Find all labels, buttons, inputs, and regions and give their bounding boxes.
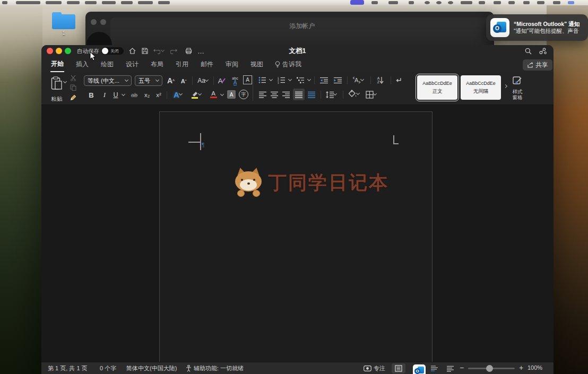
status-icon (508, 1, 515, 4)
print-layout-view-button[interactable] (392, 363, 405, 373)
status-icon (409, 1, 414, 4)
align-right-button[interactable] (281, 90, 291, 99)
accessibility-status[interactable]: 辅助功能: 一切就绪 (194, 364, 244, 372)
font-name-value: 等线 (中文... (88, 77, 123, 85)
line-spacing-button[interactable] (325, 90, 338, 99)
paste-button[interactable] (47, 74, 67, 92)
tab-design[interactable]: 设计 (125, 57, 139, 72)
numbering-button[interactable]: 123 (276, 75, 287, 85)
zoom-slider-knob[interactable] (486, 365, 493, 372)
focus-mode-button[interactable]: 专注 (374, 364, 385, 372)
tab-insert[interactable]: 插入 (75, 57, 89, 72)
shading-button[interactable] (347, 89, 360, 99)
folder-label: 1 (52, 30, 75, 36)
margin-crop-mark (188, 142, 201, 143)
window-control-icon[interactable] (91, 19, 97, 25)
multilevel-dropdown-icon[interactable] (307, 77, 311, 81)
accessibility-icon (186, 365, 192, 372)
notification-banner[interactable]: O “Microsoft Outlook” 通知 “通知”可能包括提醒、声音 (486, 14, 588, 41)
character-shading-button[interactable]: A (227, 90, 236, 99)
highlight-button[interactable] (189, 89, 203, 100)
paint-bucket-icon (348, 90, 357, 98)
clipboard-icon (51, 76, 63, 90)
style-name: 正文 (433, 88, 443, 95)
style-pane-button[interactable] (508, 75, 526, 88)
numbering-dropdown-icon[interactable] (288, 77, 292, 81)
desktop-wallpaper-left (0, 0, 42, 374)
tab-mailings[interactable]: 邮件 (200, 57, 214, 72)
tab-review[interactable]: 审阅 (225, 57, 239, 72)
enclose-characters-button[interactable]: 字 (239, 90, 248, 99)
underline-button[interactable]: U (111, 90, 120, 100)
zoom-out-button[interactable]: − (460, 363, 464, 372)
copy-icon[interactable] (69, 84, 77, 91)
superscript-button[interactable]: x² (154, 90, 163, 100)
format-painter-icon[interactable] (69, 93, 77, 101)
multilevel-list-button[interactable] (295, 75, 306, 85)
font-size-select[interactable]: 五号 (135, 75, 162, 86)
desktop: 1 添加帐户 O “Microsoft Outlook” 通知 “通知”可能包括… (0, 0, 588, 374)
language-status[interactable]: 简体中文(中国大陆) (126, 364, 177, 372)
font-color-button[interactable]: A (207, 89, 220, 100)
focus-icon (364, 366, 371, 371)
tab-view[interactable]: 视图 (250, 57, 264, 72)
shrink-font-button[interactable]: Aˇ (178, 76, 189, 86)
font-name-select[interactable]: 等线 (中文... (84, 75, 132, 86)
align-center-button[interactable] (270, 90, 279, 99)
tab-home[interactable]: 开始 (50, 57, 64, 72)
increase-indent-button[interactable] (332, 75, 343, 85)
watermark-text: 丁同学日记本 (268, 170, 389, 195)
share-button[interactable]: 共享 (523, 59, 552, 71)
character-border-button[interactable]: A (243, 75, 252, 84)
menu-item (67, 1, 80, 4)
page-count[interactable]: 第 1 页, 共 1 页 (48, 364, 88, 372)
outlook-dock-icon[interactable]: O (413, 364, 426, 374)
italic-button[interactable]: I (101, 90, 108, 100)
show-marks-button[interactable]: ↵ (394, 75, 404, 85)
subscript-button[interactable]: x₂ (142, 90, 152, 100)
bullets-button[interactable] (257, 75, 267, 85)
style-card-no-spacing[interactable]: AaBbCcDdEe 无间隔 (461, 75, 501, 100)
style-name: 无间隔 (473, 88, 489, 95)
style-card-normal[interactable]: AaBbCcDdEe 正文 (417, 75, 457, 100)
tell-me-button[interactable]: 告诉我 (275, 60, 301, 69)
tab-draw[interactable]: 绘图 (100, 57, 114, 72)
underline-dropdown-icon[interactable] (122, 92, 125, 96)
status-icon (436, 1, 442, 4)
word-count[interactable]: 0 个字 (100, 364, 116, 372)
font-color-dropdown-icon[interactable] (220, 92, 224, 96)
clear-formatting-button[interactable]: A (217, 75, 227, 86)
menu-item (121, 1, 133, 4)
zoom-level[interactable]: 100% (528, 364, 542, 371)
document-area[interactable]: ¶ 丁同学日记本 (41, 105, 554, 362)
distribute-text-button[interactable] (307, 90, 316, 99)
zoom-in-button[interactable]: + (519, 363, 523, 372)
decrease-indent-button[interactable] (318, 75, 329, 85)
tab-references[interactable]: 引用 (175, 57, 189, 72)
bullets-dropdown-icon[interactable] (269, 77, 273, 81)
change-case-button[interactable]: Aa (195, 75, 210, 86)
add-account-window[interactable]: 添加帐户 (110, 18, 494, 46)
outline-view-button[interactable] (444, 363, 456, 373)
text-effects-button[interactable]: A (171, 89, 185, 100)
cut-icon[interactable] (69, 74, 77, 82)
status-icon (371, 1, 378, 4)
draft-view-button[interactable] (428, 363, 440, 373)
margin-crop-mark (393, 135, 394, 144)
style-pane-label: 样式窗格 (506, 89, 529, 100)
status-icon (461, 1, 472, 4)
asian-layout-button[interactable]: A (351, 75, 364, 85)
tab-layout[interactable]: 布局 (150, 57, 164, 72)
phonetic-guide-button[interactable]: abc A (229, 74, 241, 87)
sort-button[interactable]: AZ (375, 75, 386, 85)
folder-icon[interactable] (52, 14, 75, 29)
ribbon-tabs: 开始 插入 绘图 设计 布局 引用 邮件 审阅 视图 告诉我 (41, 57, 554, 72)
bold-button[interactable]: B (87, 90, 96, 100)
align-left-button[interactable] (258, 90, 267, 99)
strikethrough-button[interactable]: ab (128, 90, 140, 100)
menu-bar[interactable] (0, 0, 588, 5)
grow-font-button[interactable]: A^ (166, 75, 176, 86)
window-control-icon[interactable] (100, 19, 106, 25)
borders-button[interactable] (364, 89, 378, 100)
justify-button[interactable] (293, 89, 305, 100)
